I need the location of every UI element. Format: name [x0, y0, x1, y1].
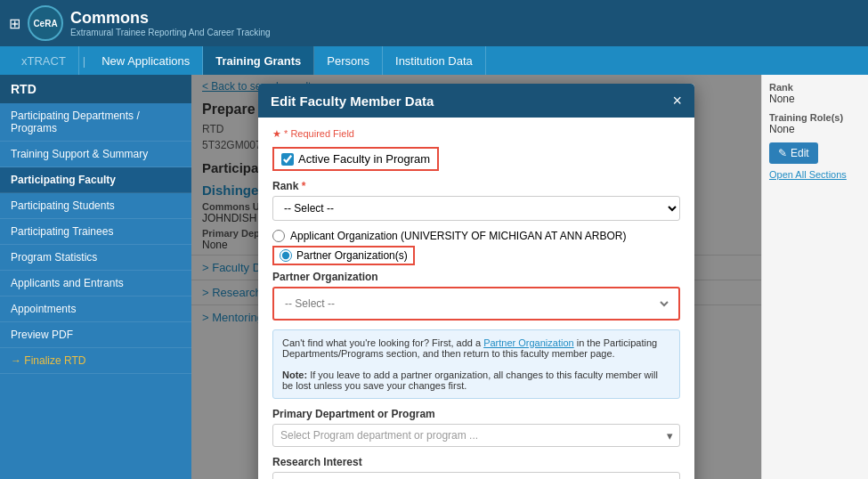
active-faculty-row: Active Faculty in Program — [272, 147, 680, 171]
right-training-roles-label: Training Role(s) — [769, 112, 861, 123]
research-interest-textarea[interactable] — [272, 472, 680, 479]
right-rank-value: None — [769, 93, 861, 105]
partner-org-section: -- Select -- — [272, 287, 680, 321]
modal: Edit Faculty Member Data × ★ * Required … — [258, 84, 694, 479]
edit-button-label: Edit — [791, 147, 809, 159]
applicant-org-radio-row: Applicant Organization (UNIVERSITY OF MI… — [272, 230, 680, 242]
research-interest-section: Research Interest 200 characters remaini… — [272, 456, 680, 479]
sidebar-item-appointments[interactable]: Appointments — [0, 296, 191, 322]
content-area: < Back to search results Prepare Researc… — [191, 75, 761, 479]
edit-icon: ✎ — [778, 147, 787, 159]
partner-org-radio-row: Partner Organization(s) — [272, 246, 680, 265]
sidebar-item-applicants-entrants[interactable]: Applicants and Entrants — [0, 271, 191, 296]
sidebar-item-participating-trainees[interactable]: Participating Trainees — [0, 219, 191, 245]
grid-icon[interactable]: ⊞ — [9, 15, 20, 32]
sidebar-item-training-support[interactable]: Training Support & Summary — [0, 142, 191, 167]
sidebar-item-preview-pdf[interactable]: Preview PDF — [0, 322, 191, 348]
active-faculty-checkbox-wrapper: Active Faculty in Program — [272, 147, 439, 171]
required-star: ★ — [272, 128, 281, 139]
app-subtitle: Extramural Trainee Reporting And Career … — [70, 28, 271, 37]
partner-org-section-label: Partner Organization — [272, 271, 680, 283]
right-panel: Rank None Training Role(s) None ✎ Edit O… — [761, 75, 868, 479]
sidebar-item-program-statistics[interactable]: Program Statistics — [0, 245, 191, 271]
modal-title: Edit Faculty Member Data — [271, 93, 434, 109]
rank-required-star: * — [302, 180, 306, 192]
primary-dept-form-label: Primary Department or Program — [272, 408, 680, 420]
sidebar-item-finalize-rtd[interactable]: → Finalize RTD — [0, 348, 191, 374]
top-header: ⊞ CeRA Commons Extramural Trainee Report… — [0, 0, 868, 46]
partner-radio-highlighted: Partner Organization(s) — [272, 246, 415, 265]
sidebar-rtd: RTD — [0, 75, 191, 103]
note-label: Note: — [282, 369, 307, 380]
partner-org-select[interactable]: -- Select -- — [281, 294, 671, 313]
info-box: Can't find what you're looking for? Firs… — [272, 329, 680, 399]
primary-dept-wrapper: Select Program department or program ...… — [272, 424, 680, 447]
rank-label: Rank * — [272, 180, 680, 192]
modal-header: Edit Faculty Member Data × — [258, 84, 694, 118]
info-text-1: Can't find what you're looking for? Firs… — [282, 337, 481, 348]
edit-button[interactable]: ✎ Edit — [769, 142, 818, 164]
sidebar-item-participating-students[interactable]: Participating Students — [0, 193, 191, 219]
right-training-roles-value: None — [769, 123, 861, 135]
cera-logo: CeRA — [28, 5, 63, 41]
modal-body: ★ * Required Field Active Faculty in Pro… — [258, 118, 694, 479]
applicant-org-label: Applicant Organization (UNIVERSITY OF MI… — [290, 230, 626, 242]
active-faculty-checkbox[interactable] — [281, 153, 294, 166]
sidebar-item-participating-faculty[interactable]: Participating Faculty — [0, 167, 191, 193]
nav-divider-1: | — [79, 54, 89, 68]
right-rank-label: Rank — [769, 82, 861, 93]
sidebar-item-participating-depts[interactable]: Participating Departments / Programs — [0, 103, 191, 142]
app-name: Commons — [70, 9, 271, 28]
note-text: If you leave to add a partner organizati… — [282, 369, 658, 391]
primary-dept-select[interactable]: Select Program department or program ... — [272, 424, 680, 447]
nav-bar: xTRACT | New Applications Training Grant… — [0, 46, 868, 75]
main-layout: RTD Participating Departments / Programs… — [0, 75, 868, 479]
modal-close-button[interactable]: × — [672, 93, 682, 109]
logo-area: ⊞ CeRA Commons Extramural Trainee Report… — [9, 5, 271, 41]
nav-training-grants[interactable]: Training Grants — [203, 46, 314, 75]
sidebar: RTD Participating Departments / Programs… — [0, 75, 191, 479]
partner-org-radio-label: Partner Organization(s) — [296, 249, 408, 262]
primary-dept-section: Primary Department or Program Select Pro… — [272, 408, 680, 447]
active-faculty-label: Active Faculty in Program — [298, 152, 430, 166]
app-title: Commons Extramural Trainee Reporting And… — [70, 9, 271, 37]
modal-overlay: Edit Faculty Member Data × ★ * Required … — [191, 75, 761, 479]
nav-institution-data[interactable]: Institution Data — [383, 46, 486, 75]
applicant-org-radio[interactable] — [272, 230, 285, 242]
partner-org-link[interactable]: Partner Organization — [483, 337, 574, 348]
partner-org-radio[interactable] — [280, 249, 292, 262]
nav-persons[interactable]: Persons — [314, 46, 383, 75]
research-interest-label: Research Interest — [272, 456, 680, 468]
required-note: ★ * Required Field — [272, 128, 680, 140]
open-all-sections-link[interactable]: Open All Sections — [769, 169, 861, 180]
nav-new-applications[interactable]: New Applications — [89, 46, 203, 75]
nav-xtract[interactable]: xTRACT — [9, 46, 79, 75]
rank-select[interactable]: -- Select -- — [272, 196, 680, 221]
